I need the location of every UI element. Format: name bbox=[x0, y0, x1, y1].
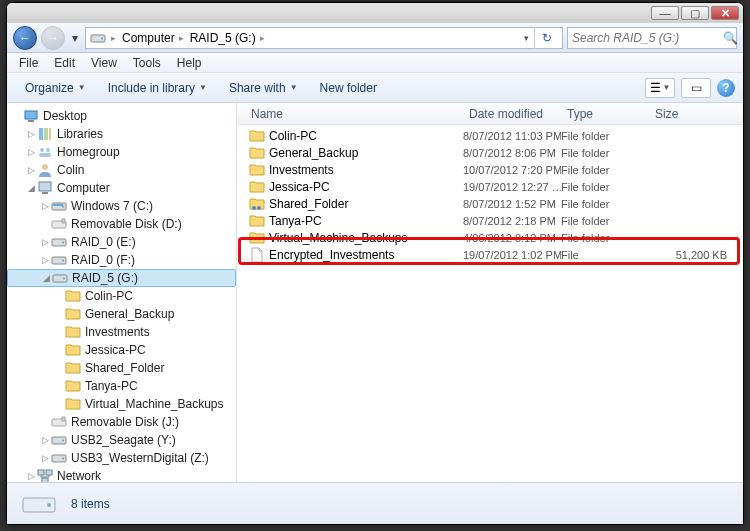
column-name[interactable]: Name bbox=[237, 107, 463, 121]
tree-item[interactable]: ▷ Libraries bbox=[7, 125, 236, 143]
minimize-button[interactable]: — bbox=[651, 6, 679, 20]
tree-item[interactable]: Tanya-PC bbox=[7, 377, 236, 395]
include-library-button[interactable]: Include in library▼ bbox=[98, 77, 217, 99]
forward-button[interactable]: → bbox=[41, 26, 65, 50]
refresh-button[interactable]: ↻ bbox=[534, 27, 558, 49]
preview-pane-button[interactable]: ▭ bbox=[681, 78, 711, 98]
tree-item-label: Network bbox=[57, 469, 101, 482]
expand-toggle-icon[interactable]: ▷ bbox=[39, 237, 51, 247]
list-item[interactable]: Jessica-PC 19/07/2012 12:27 … File folde… bbox=[237, 178, 743, 195]
navigation-tree[interactable]: Desktop ▷ Libraries ▷ Homegroup ▷ Colin … bbox=[7, 103, 237, 482]
expand-toggle-icon[interactable]: ▷ bbox=[25, 129, 37, 139]
tree-item[interactable]: ▷ USB2_Seagate (Y:) bbox=[7, 431, 236, 449]
address-bar[interactable]: ▸Computer▸RAID_5 (G:)▸ ▾ ↻ bbox=[85, 27, 563, 49]
share-with-button[interactable]: Share with▼ bbox=[219, 77, 308, 99]
menu-tools[interactable]: Tools bbox=[125, 54, 169, 72]
expand-toggle-icon[interactable]: ▷ bbox=[39, 255, 51, 265]
back-button[interactable]: ← bbox=[13, 26, 37, 50]
expand-toggle-icon[interactable]: ▷ bbox=[25, 147, 37, 157]
tree-item-label: Libraries bbox=[57, 127, 103, 141]
maximize-button[interactable]: ▢ bbox=[681, 6, 709, 20]
breadcrumb-label: Computer bbox=[122, 31, 175, 45]
tree-item[interactable]: ▷ Windows 7 (C:) bbox=[7, 197, 236, 215]
view-mode-button[interactable]: ☰▼ bbox=[645, 78, 675, 98]
folder-icon bbox=[249, 145, 265, 161]
list-item[interactable]: Investments 10/07/2012 7:20 PM File fold… bbox=[237, 161, 743, 178]
search-box[interactable]: 🔍 bbox=[567, 27, 737, 49]
desktop-icon bbox=[23, 108, 39, 124]
menu-view[interactable]: View bbox=[83, 54, 125, 72]
tree-item[interactable]: ▷ RAID_0 (E:) bbox=[7, 233, 236, 251]
column-date[interactable]: Date modified bbox=[463, 107, 561, 121]
tree-item[interactable]: Colin-PC bbox=[7, 287, 236, 305]
file-type: File folder bbox=[561, 147, 649, 159]
file-type: File folder bbox=[561, 164, 649, 176]
svg-point-1 bbox=[101, 37, 103, 39]
menu-help[interactable]: Help bbox=[169, 54, 210, 72]
tree-item-label: Removable Disk (J:) bbox=[71, 415, 179, 429]
breadcrumb-item[interactable]: RAID_5 (G:)▸ bbox=[187, 28, 268, 48]
file-date: 10/07/2012 7:20 PM bbox=[463, 164, 561, 176]
expand-toggle-icon[interactable]: ▷ bbox=[25, 165, 37, 175]
tree-item[interactable]: Investments bbox=[7, 323, 236, 341]
list-item[interactable]: Virtual_Machine_Backups 4/06/2012 8:12 P… bbox=[237, 229, 743, 246]
svg-point-21 bbox=[62, 260, 64, 262]
expand-toggle-icon[interactable]: ◢ bbox=[40, 273, 52, 283]
history-dropdown[interactable]: ▾ bbox=[69, 28, 81, 48]
folder-icon bbox=[65, 378, 81, 394]
tree-item[interactable]: Removable Disk (D:) bbox=[7, 215, 236, 233]
tree-item-label: Investments bbox=[85, 325, 150, 339]
column-type[interactable]: Type bbox=[561, 107, 649, 121]
svg-point-29 bbox=[62, 458, 64, 460]
tree-item[interactable]: Desktop bbox=[7, 107, 236, 125]
close-button[interactable]: ✕ bbox=[711, 6, 739, 20]
expand-toggle-icon[interactable]: ▷ bbox=[39, 201, 51, 211]
tree-item[interactable]: ▷ Homegroup bbox=[7, 143, 236, 161]
expand-toggle-icon[interactable]: ◢ bbox=[25, 183, 37, 193]
list-item[interactable]: General_Backup 8/07/2012 8:06 PM File fo… bbox=[237, 144, 743, 161]
tree-item[interactable]: Virtual_Machine_Backups bbox=[7, 395, 236, 413]
tree-item-label: Windows 7 (C:) bbox=[71, 199, 153, 213]
folder-icon bbox=[249, 230, 265, 246]
tree-item[interactable]: ▷ RAID_0 (F:) bbox=[7, 251, 236, 269]
chevron-right-icon: ▸ bbox=[111, 33, 116, 43]
file-name: Investments bbox=[269, 163, 334, 177]
menu-edit[interactable]: Edit bbox=[46, 54, 83, 72]
file-name: Colin-PC bbox=[269, 129, 317, 143]
svg-rect-5 bbox=[44, 128, 48, 140]
expand-toggle-icon[interactable]: ▷ bbox=[39, 453, 51, 463]
tree-item[interactable]: ▷ USB3_WesternDigital (Z:) bbox=[7, 449, 236, 467]
tree-item[interactable]: Shared_Folder bbox=[7, 359, 236, 377]
help-button[interactable]: ? bbox=[717, 79, 735, 97]
new-folder-button[interactable]: New folder bbox=[310, 77, 387, 99]
computer-icon bbox=[37, 180, 53, 196]
column-size[interactable]: Size bbox=[649, 107, 743, 121]
file-type: File folder bbox=[561, 232, 649, 244]
address-dropdown-icon[interactable]: ▾ bbox=[521, 33, 532, 43]
list-item[interactable]: Tanya-PC 8/07/2012 2:18 PM File folder bbox=[237, 212, 743, 229]
tree-item[interactable]: ▷ Network bbox=[7, 467, 236, 482]
list-item[interactable]: Shared_Folder 8/07/2012 1:52 PM File fol… bbox=[237, 195, 743, 212]
tree-item[interactable]: ◢ Computer bbox=[7, 179, 236, 197]
tree-item[interactable]: ◢ RAID_5 (G:) bbox=[7, 269, 236, 287]
menu-file[interactable]: File bbox=[11, 54, 46, 72]
list-item[interactable]: Encrypted_Investments 19/07/2012 1:02 PM… bbox=[237, 246, 743, 263]
tree-item[interactable]: Jessica-PC bbox=[7, 341, 236, 359]
tree-item[interactable]: ▷ Colin bbox=[7, 161, 236, 179]
breadcrumb-item[interactable]: Computer▸ bbox=[119, 28, 187, 48]
menu-bar: FileEditViewToolsHelp bbox=[7, 53, 743, 73]
tree-item[interactable]: Removable Disk (J:) bbox=[7, 413, 236, 431]
details-pane: 8 items bbox=[7, 482, 743, 524]
expand-toggle-icon[interactable]: ▷ bbox=[25, 471, 37, 481]
tree-item[interactable]: General_Backup bbox=[7, 305, 236, 323]
organize-button[interactable]: Organize▼ bbox=[15, 77, 96, 99]
file-rows[interactable]: Colin-PC 8/07/2012 11:03 PM File folder … bbox=[237, 125, 743, 482]
hdd-icon bbox=[51, 198, 67, 214]
file-type: File folder bbox=[561, 181, 649, 193]
breadcrumb-root[interactable]: ▸ bbox=[108, 28, 119, 48]
svg-point-8 bbox=[46, 148, 50, 152]
search-input[interactable] bbox=[572, 31, 723, 45]
list-item[interactable]: Colin-PC 8/07/2012 11:03 PM File folder bbox=[237, 127, 743, 144]
chevron-right-icon: ▸ bbox=[179, 33, 184, 43]
expand-toggle-icon[interactable]: ▷ bbox=[39, 435, 51, 445]
